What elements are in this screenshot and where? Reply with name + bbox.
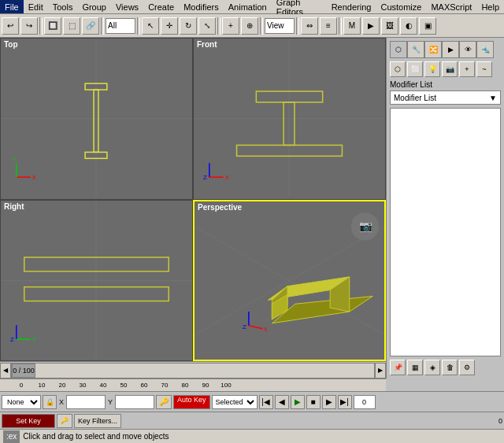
remove-modifier-btn[interactable]: 🗑 bbox=[442, 360, 458, 375]
select-button[interactable]: 🔲 bbox=[44, 17, 61, 35]
select-scale-button[interactable]: ⤡ bbox=[198, 17, 216, 35]
timeline-value: 0 / 100 bbox=[13, 367, 35, 375]
viewport-dropdown[interactable]: View bbox=[265, 18, 295, 34]
link-button[interactable]: 🔗 bbox=[82, 17, 99, 35]
viewport-perspective[interactable]: Perspective bbox=[193, 200, 386, 362]
rpanel-geometry-btn[interactable]: ⬡ bbox=[390, 61, 406, 77]
left-viewport-area: Top X bbox=[0, 38, 386, 378]
select-object-button[interactable]: ↖ bbox=[142, 17, 159, 35]
svg-text:📷: 📷 bbox=[359, 219, 373, 232]
rpanel-tab-display[interactable]: 👁 bbox=[459, 41, 476, 58]
menu-animation[interactable]: Animation bbox=[224, 0, 272, 13]
frame-ruler: 0 10 20 30 40 50 60 70 80 90 100 bbox=[0, 378, 386, 391]
mirror-button[interactable]: ⇔ bbox=[301, 17, 318, 35]
rpanel-tab-hierarchy[interactable]: 🔀 bbox=[424, 41, 442, 58]
align-button[interactable]: ≡ bbox=[320, 17, 337, 35]
auto-key-button[interactable]: Auto Key bbox=[173, 395, 210, 409]
select-region-button[interactable]: ⬚ bbox=[63, 17, 80, 35]
rpanel-tabs: ⬡ 🔧 🔀 ▶ 👁 🔩 bbox=[390, 41, 501, 58]
x-field[interactable] bbox=[66, 395, 106, 409]
active-shade-button[interactable]: ◐ bbox=[400, 17, 417, 35]
reference-coord-button[interactable]: + bbox=[222, 17, 239, 35]
render-scene-button[interactable]: 🖼 bbox=[381, 17, 398, 35]
timeline-scroll-left[interactable]: ◀ bbox=[0, 363, 11, 378]
svg-rect-20 bbox=[24, 257, 169, 271]
viewport-top-svg: X Y bbox=[1, 39, 192, 199]
toolbar-separator-2 bbox=[101, 17, 104, 35]
transform-gizmo-button[interactable]: ⊕ bbox=[241, 17, 258, 35]
viewport-perspective-label: Perspective bbox=[198, 203, 242, 212]
redo-button[interactable]: ↪ bbox=[20, 17, 38, 35]
select-move-button[interactable]: ✛ bbox=[161, 17, 178, 35]
y-field[interactable] bbox=[115, 395, 154, 409]
status-message-text: Click and drag to select and move object… bbox=[23, 432, 169, 441]
menu-maxscript[interactable]: MAXScript bbox=[426, 0, 476, 13]
rpanel-spacewarp-btn[interactable]: ~ bbox=[476, 61, 492, 77]
rpanel-helper-btn[interactable]: + bbox=[459, 61, 475, 77]
menu-graph-editors[interactable]: Graph Editors bbox=[272, 0, 327, 13]
viewport-top-label: Top bbox=[4, 40, 18, 49]
modifier-list-dropdown[interactable]: Modifier List ▼ bbox=[390, 90, 501, 105]
play-button[interactable]: ▶ bbox=[291, 395, 305, 409]
set-key-button[interactable]: Set Key bbox=[2, 414, 55, 428]
next-frame-button[interactable]: ▶ bbox=[322, 395, 336, 409]
timeline-scroll-right[interactable]: ▶ bbox=[375, 363, 386, 378]
key-filters-button[interactable]: Key Filters... bbox=[74, 414, 121, 428]
menu-create[interactable]: Create bbox=[143, 0, 179, 13]
rpanel-tab-motion[interactable]: ▶ bbox=[442, 41, 459, 58]
x-axis-label: X bbox=[58, 398, 65, 406]
prev-frame-button[interactable]: ◀ bbox=[275, 395, 289, 409]
configure-btn[interactable]: ⚙ bbox=[459, 360, 475, 375]
viewport-front[interactable]: Front Z bbox=[193, 38, 386, 200]
svg-text:X: X bbox=[264, 325, 269, 332]
selected-dropdown[interactable]: Selected bbox=[212, 395, 258, 409]
stop-button[interactable]: ■ bbox=[306, 395, 321, 409]
go-to-start-button[interactable]: |◀ bbox=[259, 395, 273, 409]
ram-player-button[interactable]: ▣ bbox=[419, 17, 436, 35]
status-prefix: :ex bbox=[3, 430, 20, 443]
menu-customize[interactable]: Customize bbox=[376, 0, 426, 13]
rpanel-shape-btn[interactable]: ⬜ bbox=[407, 61, 423, 77]
svg-text:Z: Z bbox=[10, 336, 14, 343]
toolbar-separator-4 bbox=[217, 17, 220, 35]
viewport-right[interactable]: Right Z Y bbox=[0, 200, 193, 362]
rpanel-light-btn[interactable]: 💡 bbox=[424, 61, 440, 77]
menu-tools[interactable]: Tools bbox=[48, 0, 78, 13]
key-icon-button[interactable]: 🔑 bbox=[156, 395, 172, 409]
timeline-thumb[interactable]: 0 / 100 bbox=[12, 364, 35, 378]
select-rotate-button[interactable]: ↻ bbox=[180, 17, 197, 35]
pin-stack-btn[interactable]: 📌 bbox=[390, 360, 406, 375]
menu-help[interactable]: Help bbox=[476, 0, 504, 13]
toolbar-separator-7 bbox=[339, 17, 342, 35]
make-unique-btn[interactable]: ◈ bbox=[424, 360, 440, 375]
rpanel-tab-utilities[interactable]: 🔩 bbox=[476, 41, 494, 58]
mini-key-icon[interactable]: 🔑 bbox=[57, 414, 72, 428]
menubar: File Edit Tools Group Views Create Modif… bbox=[0, 0, 504, 14]
status-area: None Se 🔒 X Y 🔑 Auto Key Selected |◀ ◀ ▶… bbox=[0, 391, 504, 412]
rpanel-camera-btn[interactable]: 📷 bbox=[442, 61, 458, 77]
none-select-dropdown[interactable]: None Se bbox=[2, 395, 41, 409]
frame-input[interactable] bbox=[354, 395, 376, 409]
menu-rendering[interactable]: Rendering bbox=[327, 0, 376, 13]
rpanel-bottom-btns: 📌 ▦ ◈ 🗑 ⚙ bbox=[390, 360, 501, 375]
menu-file[interactable]: File bbox=[0, 0, 24, 13]
rpanel-tab-shapes[interactable]: ⬡ bbox=[390, 41, 407, 58]
viewports-grid: Top X bbox=[0, 38, 386, 361]
modifier-list-area bbox=[390, 108, 501, 356]
menu-views[interactable]: Views bbox=[111, 0, 143, 13]
svg-text:Z: Z bbox=[203, 174, 207, 181]
go-to-end-button[interactable]: ▶| bbox=[338, 395, 352, 409]
undo-button[interactable]: ↩ bbox=[2, 17, 19, 35]
menu-edit[interactable]: Edit bbox=[24, 0, 48, 13]
render-button[interactable]: ▶ bbox=[362, 17, 380, 35]
lock-button[interactable]: 🔒 bbox=[43, 395, 57, 409]
menu-group[interactable]: Group bbox=[77, 0, 111, 13]
material-editor-button[interactable]: M bbox=[343, 17, 361, 35]
timeline-track[interactable]: 0 / 100 bbox=[11, 363, 375, 378]
menu-modifiers[interactable]: Modifiers bbox=[179, 0, 224, 13]
rpanel-tab-modify[interactable]: 🔧 bbox=[407, 41, 424, 58]
toolbar-separator-5 bbox=[260, 17, 263, 35]
mode-dropdown[interactable]: All bbox=[106, 18, 135, 34]
show-end-result-btn[interactable]: ▦ bbox=[407, 360, 423, 375]
viewport-top[interactable]: Top X bbox=[0, 38, 193, 200]
